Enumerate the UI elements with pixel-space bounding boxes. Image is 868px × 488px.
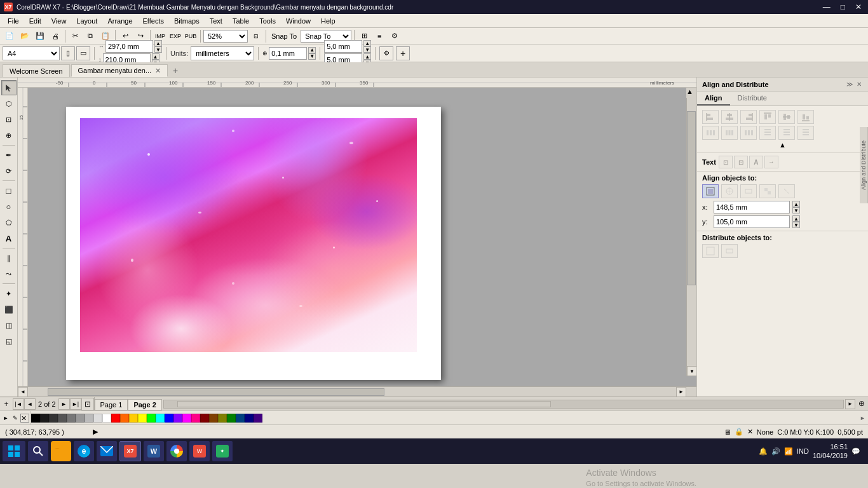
taskbar-explorer[interactable]	[51, 441, 71, 461]
taskbar-edge[interactable]: e	[74, 441, 94, 461]
add-page-btn[interactable]: +	[396, 46, 410, 60]
tool-crop[interactable]: ⊡	[1, 112, 17, 127]
hscroll2-thumb[interactable]	[177, 401, 551, 407]
dist-top-btn[interactable]	[759, 126, 776, 140]
menu-bitmaps[interactable]: Bitmaps	[169, 16, 205, 26]
align-center-v-btn[interactable]	[778, 110, 795, 124]
align-right-btn[interactable]	[740, 110, 757, 124]
x-down-btn[interactable]: ▼	[792, 207, 800, 214]
panel-close-btn[interactable]: ✕	[855, 81, 863, 88]
align-top-btn[interactable]	[759, 110, 776, 124]
align-obj-btn2[interactable]	[721, 184, 738, 198]
dist-obj-btn1[interactable]	[702, 244, 719, 258]
tool-node[interactable]: ⬡	[1, 96, 17, 111]
vscroll-track[interactable]	[687, 98, 696, 366]
open-btn[interactable]: 📂	[18, 29, 32, 43]
taskbar-extra1[interactable]: W	[189, 441, 210, 461]
tab-welcome[interactable]: Welcome Screen	[3, 64, 70, 77]
palette-col1[interactable]	[40, 414, 49, 423]
mini-color-btn[interactable]: ✕	[20, 414, 29, 423]
publish-btn[interactable]: PUB	[184, 29, 198, 43]
tool-connector[interactable]: ⤳	[1, 266, 17, 281]
taskbar-chrome[interactable]	[166, 441, 187, 461]
hscroll[interactable]: ◄ ►	[18, 386, 696, 396]
palette-purple[interactable]	[173, 414, 182, 423]
menu-view[interactable]: View	[46, 16, 72, 26]
hscroll-right-btn[interactable]: ►	[676, 387, 686, 397]
dupe-x-input[interactable]	[324, 40, 362, 53]
prev-page-btn[interactable]: ◄	[24, 398, 36, 410]
hscroll-thumb[interactable]	[48, 388, 384, 396]
guidelines-btn[interactable]: ≡	[372, 29, 386, 43]
taskbar-search[interactable]	[28, 441, 48, 461]
hscroll2-end-btn[interactable]: ►	[845, 399, 855, 409]
page-tab-2[interactable]: Page 2	[128, 399, 161, 410]
tab-add-btn[interactable]: +	[169, 64, 182, 77]
menu-layout[interactable]: Layout	[71, 16, 102, 26]
tool-transparency[interactable]: ◫	[1, 318, 17, 333]
dist-obj-btn2[interactable]	[721, 244, 738, 258]
palette-scroll-right[interactable]: ►	[857, 411, 868, 424]
last-page-btn[interactable]: ►|	[70, 398, 81, 410]
palette-pink[interactable]	[191, 414, 200, 423]
taskbar-notification-center[interactable]: 💬	[851, 447, 860, 456]
palette-green[interactable]	[147, 414, 156, 423]
tool-zoom[interactable]: ⊕	[1, 128, 17, 143]
tool-polygon[interactable]: ⬠	[1, 215, 17, 230]
text-align-btn3[interactable]: A	[749, 156, 763, 168]
palette-olive[interactable]	[218, 414, 227, 423]
palette-darkgreen[interactable]	[227, 414, 236, 423]
vscroll[interactable]: ▲ ▼	[686, 88, 696, 376]
palette-col5[interactable]	[76, 414, 85, 423]
align-bottom-btn[interactable]	[797, 110, 814, 124]
nudge-input[interactable]	[269, 47, 307, 60]
taskbar-extra2[interactable]: ✦	[212, 441, 233, 461]
dist-bottom-btn[interactable]	[797, 126, 814, 140]
align-center-h-btn[interactable]	[721, 110, 738, 124]
menu-table[interactable]: Table	[227, 16, 254, 26]
page-orientation-portrait[interactable]: ▯	[61, 46, 75, 60]
hscroll-track[interactable]	[28, 388, 676, 396]
vscroll-thumb[interactable]	[687, 111, 696, 285]
start-btn[interactable]	[3, 441, 25, 461]
align-obj-btn1[interactable]	[702, 184, 719, 198]
tool-shadow[interactable]: ◱	[1, 334, 17, 349]
align-obj-btn3[interactable]	[740, 184, 757, 198]
tool-ellipse[interactable]: ○	[1, 199, 17, 214]
page-tab-1[interactable]: Page 1	[95, 399, 128, 410]
nudge-up-btn[interactable]: ▲	[308, 47, 316, 53]
palette-red[interactable]	[111, 414, 120, 423]
palette-col4[interactable]	[67, 414, 76, 423]
dist-right-btn[interactable]	[740, 126, 757, 140]
tool-eyedropper[interactable]: ✦	[1, 286, 17, 301]
palette-magenta[interactable]	[182, 414, 191, 423]
first-page-btn[interactable]: |◄	[13, 398, 24, 410]
hscroll2-track[interactable]	[163, 400, 844, 409]
dupex-up-btn[interactable]: ▲	[363, 40, 371, 46]
palette-darkblue[interactable]	[236, 414, 245, 423]
palette-cyan[interactable]	[156, 414, 165, 423]
taskbar-network-icon[interactable]: 📶	[784, 447, 793, 456]
tool-select[interactable]	[1, 80, 17, 95]
palette-lightyellow[interactable]	[138, 414, 147, 423]
taskbar-volume-icon[interactable]: 🔊	[771, 447, 780, 456]
close-btn[interactable]: ✕	[853, 3, 864, 11]
copy-btn[interactable]: ⧉	[83, 29, 97, 43]
palette-orange[interactable]	[120, 414, 129, 423]
palette-darkred[interactable]	[200, 414, 209, 423]
menu-effects[interactable]: Effects	[138, 16, 169, 26]
palette-darkpurple[interactable]	[254, 414, 262, 423]
taskbar-mail[interactable]	[97, 441, 117, 461]
align-obj-btn4[interactable]	[759, 184, 776, 198]
palette-white[interactable]	[102, 414, 111, 423]
menu-arrange[interactable]: Arrange	[102, 16, 137, 26]
text-align-btn1[interactable]: ⊡	[719, 156, 733, 168]
align-obj-btn5[interactable]	[778, 184, 795, 198]
menu-file[interactable]: File	[3, 16, 24, 26]
taskbar-word[interactable]: W	[144, 441, 164, 461]
cut-btn[interactable]: ✂	[68, 29, 82, 43]
menu-edit[interactable]: Edit	[24, 16, 46, 26]
palette-col7[interactable]	[93, 414, 102, 423]
units-select[interactable]: millimeters	[191, 46, 254, 60]
page-size-select[interactable]: A4	[3, 46, 60, 60]
